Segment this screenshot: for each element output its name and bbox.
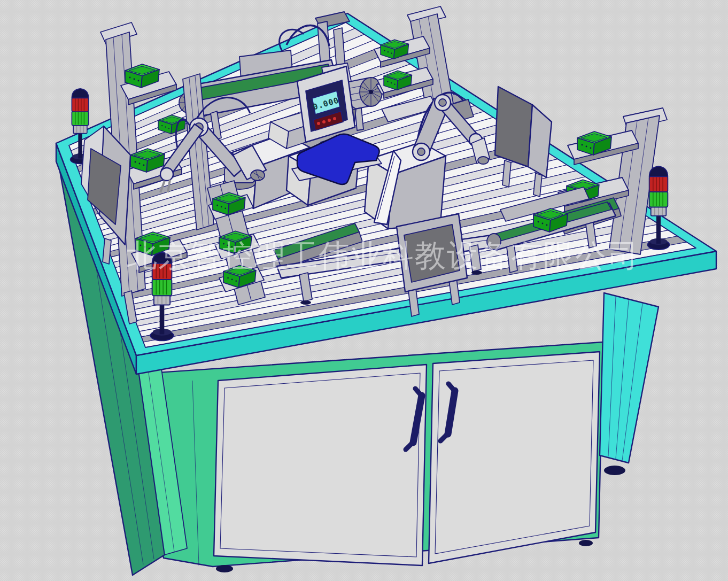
cabinet-door-left[interactable] bbox=[214, 365, 427, 565]
indicator-button[interactable] bbox=[322, 120, 326, 123]
cabinet-foot-front bbox=[579, 540, 593, 546]
beam-foot bbox=[300, 300, 311, 305]
fan-hub bbox=[369, 90, 373, 94]
cabinet-foot-right bbox=[604, 466, 625, 475]
robot-shoulder-hub bbox=[417, 148, 425, 156]
effector-tip bbox=[478, 157, 489, 164]
robot-wrist-joint bbox=[160, 168, 173, 181]
indicator-button[interactable] bbox=[328, 119, 331, 122]
cabinet-door-right[interactable] bbox=[429, 352, 600, 563]
cabinet-foot-left bbox=[216, 565, 233, 572]
watermark-text: 北京智控理工伟业科教设备有限公司 bbox=[126, 237, 639, 274]
indicator-button[interactable] bbox=[317, 122, 320, 125]
training-workbench-render: 0.000 bbox=[0, 0, 728, 581]
indicator-button[interactable] bbox=[333, 117, 336, 120]
cad-render-canvas: 0.000 bbox=[0, 0, 728, 581]
robot-elbow-hub bbox=[439, 99, 446, 106]
